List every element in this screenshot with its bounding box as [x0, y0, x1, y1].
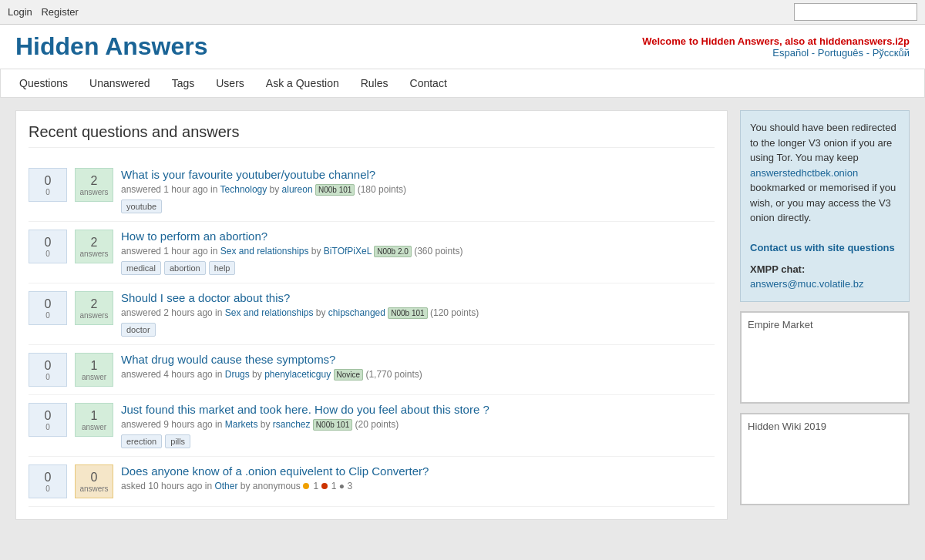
question-tags: doctor [121, 323, 715, 337]
answer-label: answers [79, 311, 108, 320]
page-title: Recent questions and answers [29, 123, 715, 148]
question-title-link[interactable]: Just found this market and took here. Ho… [121, 403, 489, 416]
category-link[interactable]: Drugs [225, 369, 250, 380]
tag[interactable]: medical [121, 261, 161, 275]
question-title-link[interactable]: What drug would cause these symptoms? [121, 353, 335, 366]
onion-link[interactable]: answerstedhctbek.onion [750, 167, 858, 179]
question-meta: answered 9 hours ago in Markets by rsanc… [121, 419, 715, 430]
vote-count: 0 [45, 173, 52, 188]
question-meta: asked 10 hours ago in Other by anonymous… [121, 481, 715, 491]
vote-label: 0 [45, 250, 50, 258]
username-link[interactable]: BiTOfPiXeL [324, 246, 372, 257]
user-badge: N00b 101 [313, 419, 352, 431]
ad-box-2[interactable]: Hidden Wiki 2019 [740, 413, 910, 505]
category-link[interactable]: Sex and relationships [225, 307, 314, 318]
sidebar-info-text2: bookmarked or memorised if you wish, or … [750, 182, 896, 223]
answer-label: answer [82, 373, 106, 381]
question-content: What is your favourite youtuber/youtube … [121, 168, 715, 213]
answer-box: 1answer [75, 353, 113, 387]
vote-box: 00 [29, 464, 67, 498]
vote-box: 00 [29, 230, 67, 263]
category-link[interactable]: Other [214, 481, 237, 491]
question-content: What drug would cause these symptoms?ans… [121, 353, 715, 380]
dot-badge-yellow [303, 483, 309, 489]
nav-item-tags[interactable]: Tags [161, 69, 206, 97]
question-content: Should I see a doctor about this?answere… [121, 291, 715, 337]
vote-box: 00 [29, 353, 67, 387]
question-item: 000answersDoes anyone know of a .onion e… [29, 457, 715, 507]
vote-count: 0 [45, 297, 52, 311]
question-title-link[interactable]: How to perform an abortion? [121, 230, 267, 243]
tag[interactable]: erection [121, 434, 162, 448]
question-title-link[interactable]: What is your favourite youtuber/youtube … [121, 168, 375, 181]
answer-box: 1answer [75, 403, 113, 437]
vote-count: 0 [45, 408, 52, 423]
question-title-link[interactable]: Should I see a doctor about this? [121, 291, 290, 304]
question-content: Just found this market and took here. Ho… [121, 403, 715, 448]
question-title: What is your favourite youtuber/youtube … [121, 168, 715, 181]
vote-label: 0 [45, 485, 50, 493]
header-right: Welcome to Hidden Answers, also at hidde… [642, 35, 910, 59]
xmpp-email[interactable]: answers@muc.volatile.bz [750, 278, 864, 290]
nav-item-unanswered[interactable]: Unanswered [79, 69, 161, 97]
nav-item-users[interactable]: Users [205, 69, 255, 97]
question-item: 002answersHow to perform an abortion?ans… [29, 222, 715, 283]
nav-item-ask-a-question[interactable]: Ask a Question [255, 69, 350, 97]
question-tags: youtube [121, 200, 715, 213]
sidebar-info-box: You should have been redirected to the l… [740, 110, 910, 302]
question-meta: answered 2 hours ago in Sex and relation… [121, 307, 715, 318]
ad2-title: Hidden Wiki 2019 [748, 421, 826, 432]
username-link[interactable]: alureon [282, 184, 313, 195]
contact-link[interactable]: Contact us with site questions [750, 242, 895, 253]
tag[interactable]: pills [165, 434, 190, 448]
question-title: Just found this market and took here. Ho… [121, 403, 715, 416]
nav-item-contact[interactable]: Contact [399, 69, 458, 97]
vote-label: 0 [45, 188, 50, 196]
question-item: 002answersShould I see a doctor about th… [29, 283, 715, 345]
nav: QuestionsUnansweredTagsUsersAsk a Questi… [0, 69, 925, 98]
username-link[interactable]: rsanchez [273, 419, 311, 430]
main-container: Recent questions and answers 002answersW… [0, 98, 925, 532]
question-meta: answered 1 hour ago in Technology by alu… [121, 184, 715, 195]
username-link[interactable]: chipschanged [328, 307, 385, 318]
answer-count: 2 [91, 297, 98, 311]
question-title: What drug would cause these symptoms? [121, 353, 715, 366]
username-link[interactable]: phenylaceticguy [264, 369, 331, 380]
ad1-title: Empire Market [748, 319, 813, 330]
answer-count: 0 [91, 470, 98, 485]
question-title: Does anyone know of a .onion equivelent … [121, 464, 715, 478]
question-item: 001answerWhat drug would cause these sym… [29, 345, 715, 395]
category-link[interactable]: Sex and relationships [220, 246, 309, 257]
lang-portugues[interactable]: Português [818, 47, 863, 59]
vote-label: 0 [45, 311, 50, 320]
nav-item-questions[interactable]: Questions [8, 69, 79, 97]
tag[interactable]: doctor [121, 323, 156, 337]
lang-russian[interactable]: Рўсскůй [873, 47, 910, 59]
user-badge: Novice [334, 369, 364, 381]
vote-box: 00 [29, 291, 67, 325]
login-link[interactable]: Login [8, 6, 32, 18]
category-link[interactable]: Technology [220, 184, 267, 195]
lang-espanol[interactable]: Español [772, 47, 809, 59]
register-link[interactable]: Register [41, 6, 78, 18]
top-bar-links: Login Register [8, 6, 85, 18]
tag[interactable]: youtube [121, 200, 162, 213]
search-input[interactable] [794, 3, 917, 21]
category-link[interactable]: Markets [225, 419, 258, 430]
answer-label: answer [82, 423, 106, 431]
answer-box: 2answers [75, 168, 113, 202]
vote-box: 00 [29, 168, 67, 202]
sidebar: You should have been redirected to the l… [740, 110, 910, 520]
site-title[interactable]: Hidden Answers [15, 32, 208, 61]
sidebar-info-text: You should have been redirected to the l… [750, 122, 896, 163]
ad-box-1[interactable]: Empire Market [740, 311, 910, 404]
answer-label: answers [79, 188, 108, 196]
question-title-link[interactable]: Does anyone know of a .onion equivelent … [121, 464, 429, 478]
question-tags: medicalabortionhelp [121, 261, 715, 275]
tag[interactable]: abortion [164, 261, 206, 275]
vote-box: 00 [29, 403, 67, 437]
tag[interactable]: help [209, 261, 236, 275]
nav-item-rules[interactable]: Rules [350, 69, 399, 97]
questions-list: 002answersWhat is your favourite youtube… [29, 160, 715, 507]
question-item: 002answersWhat is your favourite youtube… [29, 160, 715, 222]
